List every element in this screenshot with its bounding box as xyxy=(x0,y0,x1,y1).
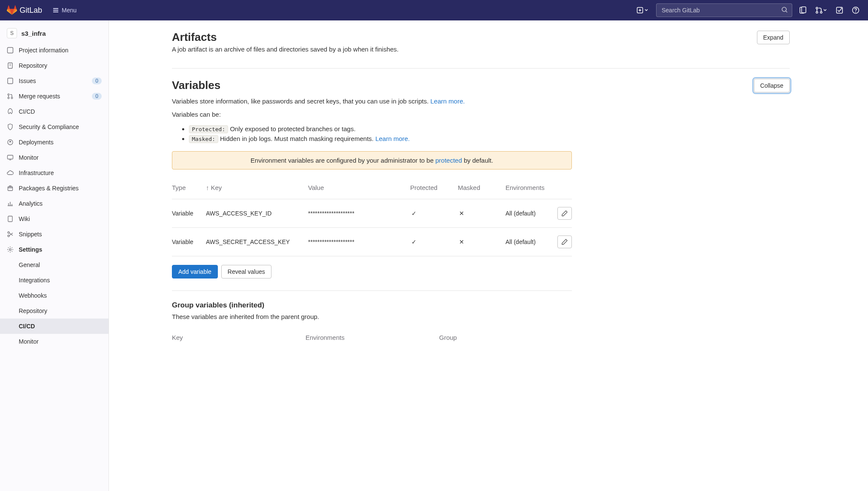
sidebar-item-analytics[interactable]: Analytics xyxy=(0,196,108,211)
svg-point-1 xyxy=(782,7,786,11)
sidebar-item-label: Security & Compliance xyxy=(19,123,79,130)
monitor-icon xyxy=(7,154,14,161)
sidebar-sub-label: Repository xyxy=(19,307,47,314)
col-environments[interactable]: Environments xyxy=(505,184,553,191)
sidebar-item-merge-requests[interactable]: Merge requests0 xyxy=(0,89,108,104)
group-variables-description: These variables are inherited from the p… xyxy=(172,313,790,320)
svg-point-4 xyxy=(816,7,818,9)
sidebar-item-packages[interactable]: Packages & Registries xyxy=(0,181,108,196)
chart-icon xyxy=(7,200,14,207)
sidebar-item-security[interactable]: Security & Compliance xyxy=(0,119,108,135)
protected-link[interactable]: protected xyxy=(435,157,462,164)
project-name: s3_infra xyxy=(21,30,46,37)
col-protected[interactable]: Protected xyxy=(410,184,458,191)
sidebar-sub-label: Webhooks xyxy=(19,292,47,299)
package-icon xyxy=(7,185,14,192)
menu-button[interactable]: Menu xyxy=(49,5,80,15)
var-env: All (default) xyxy=(505,238,553,245)
var-key: AWS_ACCESS_KEY_ID xyxy=(206,210,308,217)
learn-more-link[interactable]: Learn more. xyxy=(431,98,465,105)
list-item: Masked: Hidden in job logs. Must match m… xyxy=(189,134,790,144)
sort-arrow-icon: ↑ xyxy=(206,184,209,191)
svg-rect-12 xyxy=(8,78,13,84)
sidebar-item-label: Infrastructure xyxy=(19,169,54,176)
settings-sub-repository[interactable]: Repository xyxy=(0,303,108,319)
variable-row: Variable AWS_ACCESS_KEY_ID *************… xyxy=(172,199,572,228)
search-wrapper xyxy=(656,3,792,17)
page-body: S s3_infra Project information Repositor… xyxy=(0,20,868,491)
sidebar-item-project-information[interactable]: Project information xyxy=(0,43,108,58)
col-type[interactable]: Type xyxy=(172,184,206,191)
edit-variable-button[interactable] xyxy=(557,235,572,248)
sidebar-item-infrastructure[interactable]: Infrastructure xyxy=(0,165,108,181)
sidebar-item-label: Merge requests xyxy=(19,93,60,100)
settings-sub-monitor[interactable]: Monitor xyxy=(0,334,108,349)
var-protected: ✓ xyxy=(410,210,458,217)
learn-more-masking-link[interactable]: Learn more. xyxy=(375,135,410,142)
gitlab-logo[interactable]: GitLab xyxy=(7,5,42,15)
collapse-variables-button[interactable]: Collapse xyxy=(754,79,790,92)
check-icon: ✓ xyxy=(410,238,418,245)
deployments-icon xyxy=(7,139,14,146)
sidebar-item-repository[interactable]: Repository xyxy=(0,58,108,73)
sidebar-item-settings[interactable]: Settings xyxy=(0,242,108,257)
sidebar-item-label: Analytics xyxy=(19,200,43,207)
help-shortcut[interactable] xyxy=(850,5,861,16)
svg-rect-18 xyxy=(8,187,13,191)
search-input[interactable] xyxy=(656,3,792,17)
add-variable-button[interactable]: Add variable xyxy=(172,265,218,279)
col-key[interactable]: Key xyxy=(172,334,306,341)
col-key[interactable]: ↑Key xyxy=(206,184,308,191)
sidebar: S s3_infra Project information Repositor… xyxy=(0,20,109,491)
artifacts-section: Artifacts A job artifact is an archive o… xyxy=(172,31,790,68)
sidebar-item-wiki[interactable]: Wiki xyxy=(0,211,108,227)
menu-label: Menu xyxy=(62,7,77,14)
variables-can-be-label: Variables can be: xyxy=(172,111,790,118)
var-value: ******************** xyxy=(308,238,410,245)
var-masked: ✕ xyxy=(458,238,505,245)
col-group[interactable]: Group xyxy=(439,334,572,341)
settings-sub-general[interactable]: General xyxy=(0,257,108,273)
edit-variable-button[interactable] xyxy=(557,207,572,220)
svg-point-22 xyxy=(9,249,11,250)
var-env: All (default) xyxy=(505,210,553,217)
divider xyxy=(172,290,572,291)
sidebar-item-label: Deployments xyxy=(19,139,54,146)
sidebar-sub-label: Integrations xyxy=(19,277,50,284)
expand-artifacts-button[interactable]: Expand xyxy=(757,31,790,44)
artifacts-description: A job artifact is an archive of files an… xyxy=(172,46,399,53)
brand-text: GitLab xyxy=(20,6,42,15)
settings-sub-webhooks[interactable]: Webhooks xyxy=(0,288,108,303)
sidebar-sub-label: General xyxy=(19,261,40,268)
issues-shortcut[interactable] xyxy=(797,5,808,16)
create-new-button[interactable] xyxy=(634,5,651,15)
col-value[interactable]: Value xyxy=(308,184,410,191)
group-variables-title: Group variables (inherited) xyxy=(172,301,790,310)
svg-rect-3 xyxy=(802,7,806,13)
check-icon: ✓ xyxy=(410,210,418,217)
main-content: Artifacts A job artifact is an archive o… xyxy=(109,20,807,491)
merge-requests-shortcut[interactable] xyxy=(814,5,829,16)
todos-shortcut[interactable] xyxy=(834,5,845,16)
sidebar-item-snippets[interactable]: Snippets xyxy=(0,227,108,242)
sidebar-item-cicd[interactable]: CI/CD xyxy=(0,104,108,119)
top-navbar: GitLab Menu xyxy=(0,0,868,20)
chevron-down-icon xyxy=(823,8,827,12)
issues-badge: 0 xyxy=(92,78,102,84)
col-environments[interactable]: Environments xyxy=(306,334,439,341)
sidebar-item-label: Snippets xyxy=(19,231,42,238)
list-item: Protected: Only exposed to protected bra… xyxy=(189,124,790,134)
shield-icon xyxy=(7,123,14,130)
sidebar-item-deployments[interactable]: Deployments xyxy=(0,135,108,150)
settings-sub-integrations[interactable]: Integrations xyxy=(0,273,108,288)
sidebar-item-issues[interactable]: Issues0 xyxy=(0,73,108,89)
col-masked[interactable]: Masked xyxy=(458,184,505,191)
settings-sub-cicd[interactable]: CI/CD xyxy=(0,319,108,334)
rocket-icon xyxy=(7,108,14,115)
sidebar-item-label: CI/CD xyxy=(19,108,35,115)
reveal-values-button[interactable]: Reveal values xyxy=(221,265,271,279)
protected-code: Protected: xyxy=(189,125,228,133)
sidebar-item-monitor[interactable]: Monitor xyxy=(0,150,108,165)
svg-point-5 xyxy=(816,11,818,13)
project-header[interactable]: S s3_infra xyxy=(0,24,108,43)
